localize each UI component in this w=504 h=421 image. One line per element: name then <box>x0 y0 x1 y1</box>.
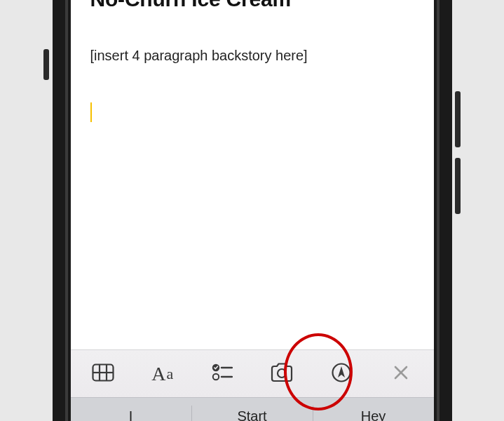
table-button[interactable] <box>88 359 118 389</box>
note-content-area[interactable]: No-Churn Ice Cream [insert 4 paragraph b… <box>71 0 434 349</box>
note-body-text[interactable]: [insert 4 paragraph backstory here] <box>90 45 414 66</box>
markup-icon <box>331 362 352 386</box>
table-icon <box>92 363 114 385</box>
quicktype-suggestion-3[interactable]: Hey <box>313 408 434 421</box>
formatting-toolbar: Aa <box>71 349 434 397</box>
volume-down-button <box>455 158 461 214</box>
svg-point-6 <box>213 373 219 379</box>
markup-button[interactable] <box>326 359 357 389</box>
text-cursor <box>90 102 93 122</box>
close-keyboard-button[interactable] <box>386 359 416 389</box>
notes-app-screen: No-Churn Ice Cream [insert 4 paragraph b… <box>71 0 434 421</box>
svg-point-8 <box>278 369 286 377</box>
quicktype-bar: I Start Hey <box>71 397 434 421</box>
checklist-button[interactable] <box>207 359 238 389</box>
close-icon <box>393 364 409 384</box>
volume-switch <box>43 49 49 80</box>
checklist-icon <box>212 363 233 385</box>
text-format-button[interactable]: Aa <box>147 359 178 389</box>
phone-frame: No-Churn Ice Cream [insert 4 paragraph b… <box>53 0 452 421</box>
camera-icon <box>269 362 294 386</box>
text-format-icon: A <box>151 363 165 385</box>
note-title[interactable]: No-Churn Ice Cream <box>90 0 414 11</box>
quicktype-suggestion-2[interactable]: Start <box>192 408 313 421</box>
quicktype-suggestion-1[interactable]: I <box>71 408 191 421</box>
camera-button[interactable] <box>266 359 297 389</box>
volume-up-button <box>455 91 461 147</box>
